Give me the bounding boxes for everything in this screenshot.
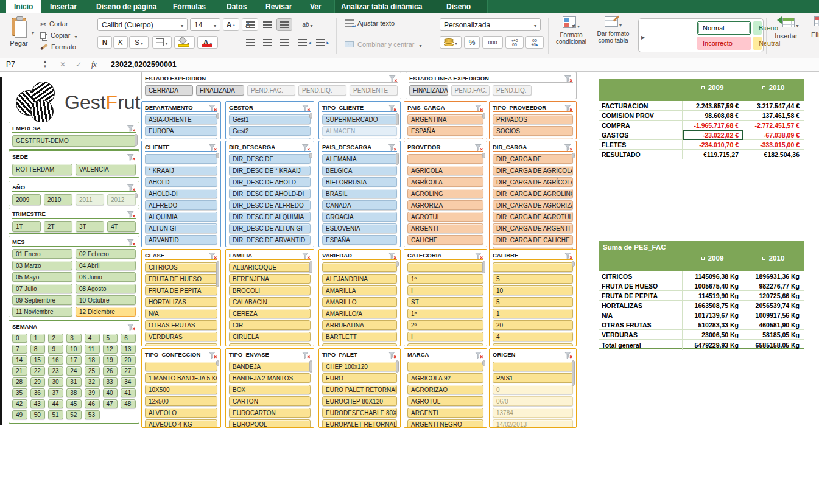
slicer-item[interactable]: FRANCE [407, 138, 483, 139]
style-bueno[interactable]: Bueno [753, 21, 762, 35]
slicer-item[interactable]: BANDEJA [229, 362, 311, 371]
slicer-item[interactable]: 47 [103, 399, 118, 408]
slicer-item[interactable]: 5 [493, 297, 573, 307]
insert-cells-button[interactable]: Insertar [771, 16, 801, 40]
paste-dropdown-caret[interactable] [30, 26, 34, 37]
slicer-item[interactable]: 18 [85, 355, 100, 365]
slicer-item[interactable]: 01 Enero [12, 249, 72, 259]
slicer-item[interactable]: 03 Marzo [12, 261, 72, 270]
slicer-item[interactable]: EURO PALET RETORNABLE [322, 385, 397, 394]
clear-filter-icon[interactable] [388, 351, 397, 358]
slicer-scrollbar[interactable] [572, 360, 575, 386]
slicer-item[interactable]: ARGENTI [407, 223, 483, 233]
slicer-item[interactable]: 42 [12, 399, 27, 408]
slicer-item[interactable]: CALABACIN [229, 297, 311, 307]
slicer-item[interactable] [407, 262, 483, 272]
tab-ver[interactable]: Ver [310, 0, 322, 13]
clear-filter-icon[interactable] [475, 251, 483, 259]
cut-button[interactable]: Cortar [40, 19, 68, 29]
slicer-item[interactable]: DIR_DESC DE [229, 154, 311, 164]
font-size-select[interactable]: 14 [190, 18, 220, 31]
clear-filter-icon[interactable] [209, 143, 217, 150]
slicer-item[interactable]: 08 Agosto [76, 284, 136, 293]
pivot-row-label[interactable]: RESULTADO [599, 150, 682, 159]
slicer-item[interactable]: 17 [66, 355, 82, 365]
slicer-item[interactable]: PEND.FAC. [451, 85, 490, 96]
slicer-item[interactable]: Gest1 [229, 114, 311, 124]
clear-filter-icon[interactable] [564, 143, 573, 150]
slicer-item[interactable]: Gest2 [229, 126, 311, 136]
slicer-item[interactable]: CANADA [322, 200, 397, 210]
slicer-item[interactable]: I [407, 332, 483, 341]
slicer-item[interactable]: CEREZA [229, 309, 311, 318]
slicer-item[interactable] [145, 343, 217, 346]
slicer-item[interactable]: 2 [48, 334, 63, 343]
slicer-item[interactable] [229, 343, 311, 346]
slicer-item[interactable]: AGRORIZA [407, 200, 483, 210]
wrap-text-button[interactable]: Ajustar texto [345, 19, 395, 27]
pivot-value-cell[interactable]: -67.038,09 € [743, 130, 804, 140]
slicer-item[interactable]: VALENCIA [76, 164, 136, 175]
slicer-item[interactable]: AMARILLA [322, 285, 397, 295]
slicer-item[interactable]: EURO [322, 373, 397, 383]
paste-button[interactable]: Pegar [5, 16, 33, 54]
slicer-item[interactable]: ARGENTINA [407, 114, 483, 124]
borders-button[interactable] [152, 36, 172, 49]
slicer-item[interactable]: 44 [48, 399, 63, 408]
slicer-item[interactable]: 3 [66, 334, 82, 343]
slicer-item[interactable]: 36 [30, 388, 46, 397]
slicer-item[interactable]: VERDURAS [145, 332, 217, 341]
slicer-item[interactable]: 8 [30, 345, 46, 354]
pivot-row-label[interactable]: N/A [599, 310, 682, 320]
slicer-item[interactable]: DIR_CARGA DE AGRICOLA [493, 166, 573, 175]
slicer-item[interactable] [493, 343, 573, 346]
slicer-item[interactable]: 06/0 [493, 396, 573, 406]
pivot-value-cell[interactable]: 5479229,93 Kg [682, 340, 743, 350]
expand-box-icon[interactable] [701, 257, 705, 260]
slicer-item[interactable]: 26 [103, 366, 118, 376]
pivot-row-label[interactable]: COMPRA [599, 121, 682, 130]
slicer-item[interactable] [145, 362, 217, 371]
slicer-item[interactable]: 1 [493, 309, 573, 318]
slicer-item[interactable]: CROACIA [322, 212, 397, 222]
pivot-value-cell[interactable]: 1896931,36 Kg [743, 271, 804, 281]
slicer-item[interactable]: 13784 [493, 408, 573, 418]
slicer-item[interactable]: 10 [493, 285, 573, 295]
slicer-item[interactable] [407, 247, 483, 247]
slicer-scrollbar[interactable] [482, 113, 485, 119]
pivot-row-label[interactable]: VERDURAS [599, 330, 682, 340]
clear-filter-icon[interactable] [389, 74, 398, 82]
slicer-item[interactable]: 09 Septiembre [12, 295, 72, 305]
slicer-item[interactable]: CARTON [229, 396, 311, 406]
slicer-item[interactable]: 04 Abril [76, 261, 136, 270]
slicer-item[interactable]: 28 [12, 377, 27, 387]
align-right-button[interactable] [276, 36, 292, 49]
slicer-item[interactable] [229, 138, 311, 139]
pivot-value-cell[interactable]: -2.772.451,57 € [743, 121, 804, 130]
pivot-value-cell[interactable]: 120725,66 Kg [743, 291, 804, 301]
slicer-item[interactable]: 19 [103, 355, 118, 365]
clear-filter-icon[interactable] [127, 323, 136, 330]
pivot-value-cell[interactable]: 137.461,58 € [743, 111, 804, 121]
pivot-column-header[interactable]: 2010 [743, 84, 804, 91]
clear-filter-icon[interactable] [564, 251, 573, 259]
pivot-value-cell[interactable]: 1145096,38 Kg [682, 271, 743, 281]
slicer-item[interactable]: DIR_CARGA DE ARGENTI [493, 223, 573, 233]
insert-function-button[interactable]: fx [91, 60, 97, 69]
slicer-item[interactable]: 0 [12, 334, 27, 343]
slicer-item[interactable]: DIR_DESC DE ALTUN GI [229, 223, 311, 233]
clear-filter-icon[interactable] [209, 103, 217, 111]
name-box[interactable]: P7 [0, 58, 51, 71]
name-box-stepper[interactable] [43, 59, 47, 69]
slicer-item[interactable]: ARRUFATINA [322, 320, 397, 330]
slicer-item[interactable]: CALICHE [407, 235, 483, 245]
slicer-item[interactable]: 1ª [407, 309, 483, 318]
align-top-button[interactable] [242, 18, 258, 31]
slicer-item[interactable]: EUROCARTON [229, 408, 311, 418]
slicer-item[interactable]: 4 [85, 334, 100, 343]
clear-filter-icon[interactable] [388, 251, 397, 259]
pivot-value-cell[interactable]: -333.015,00 € [743, 140, 804, 150]
slicer-item[interactable]: OTRAS FRUTAS [145, 320, 217, 330]
percent-button[interactable]: % [464, 36, 480, 49]
slicer-item[interactable]: AGRORIZAO [407, 385, 483, 394]
